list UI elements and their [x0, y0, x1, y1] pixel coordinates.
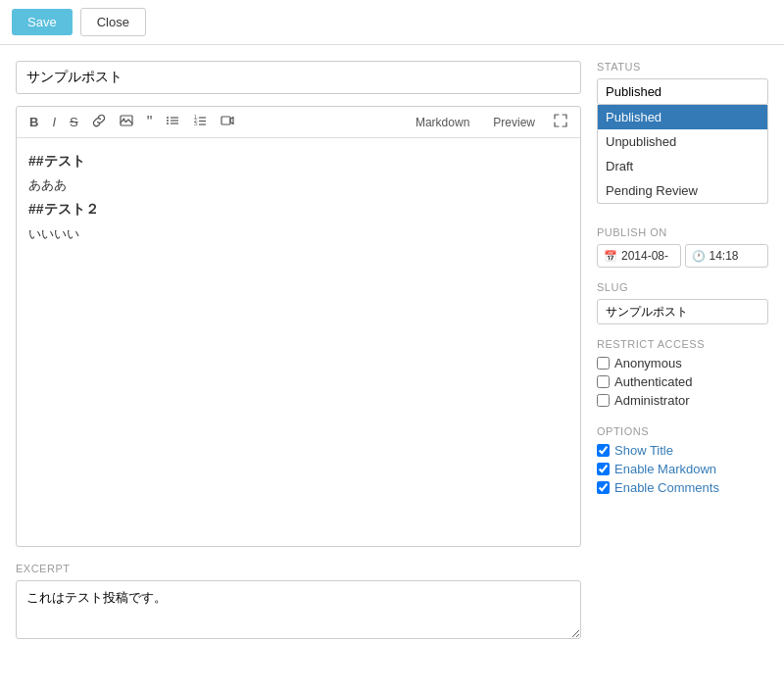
restrict-administrator-label: Administrator	[614, 393, 690, 408]
restrict-anonymous-label: Anonymous	[614, 356, 682, 370]
sidebar: STATUS Published Unpublished Draft Pendi…	[597, 61, 768, 679]
publish-on-section: PUBLISH ON 📅 2014-08- 🕐 14:18	[597, 226, 768, 268]
status-dropdown-open: Published Unpublished Draft Pending Revi…	[597, 105, 768, 204]
svg-point-4	[167, 120, 169, 122]
pub-time-input[interactable]: 🕐 14:18	[685, 244, 769, 268]
pub-date-input[interactable]: 📅 2014-08-	[597, 244, 681, 268]
ul-button[interactable]	[161, 111, 184, 133]
slug-section: SLUG	[597, 281, 768, 324]
publish-on-label: PUBLISH ON	[597, 226, 768, 238]
title-input[interactable]	[16, 61, 581, 94]
top-bar: Save Close	[0, 0, 784, 45]
restrict-authenticated-row: Authenticated	[597, 374, 768, 389]
toolbar: B I S " 1.2.3.	[17, 107, 580, 138]
slug-label: SLUG	[597, 281, 768, 293]
option-enable-markdown-label: Enable Markdown	[614, 462, 716, 476]
dropdown-item-pending[interactable]: Pending Review	[598, 178, 767, 203]
restrict-access-section: RESTRICT ACCESS Anonymous Authenticated …	[597, 338, 768, 412]
clock-icon: 🕐	[692, 250, 706, 263]
content-line-3: ##テスト２	[28, 198, 568, 220]
option-enable-markdown-row: Enable Markdown	[597, 462, 768, 476]
editor-area: B I S " 1.2.3.	[16, 61, 581, 679]
expand-button[interactable]	[549, 111, 572, 133]
save-button[interactable]: Save	[12, 9, 73, 35]
restrict-authenticated-checkbox[interactable]	[597, 375, 610, 388]
svg-point-2	[167, 117, 169, 119]
restrict-administrator-row: Administrator	[597, 393, 768, 408]
svg-point-6	[167, 123, 169, 124]
status-label: STATUS	[597, 61, 768, 73]
options-label: OPTIONS	[597, 425, 768, 437]
image-button[interactable]	[115, 111, 138, 133]
video-button[interactable]	[216, 111, 239, 133]
publish-row: 📅 2014-08- 🕐 14:18	[597, 244, 768, 268]
close-button[interactable]: Close	[80, 8, 146, 36]
option-enable-comments-checkbox[interactable]	[597, 481, 610, 494]
content-line-1: ##テスト	[28, 150, 568, 172]
excerpt-section: EXCERPT これはテスト投稿です。	[16, 563, 581, 642]
pub-time-value: 14:18	[710, 249, 739, 263]
restrict-administrator-checkbox[interactable]	[597, 394, 610, 407]
option-show-title-row: Show Title	[597, 443, 768, 458]
excerpt-input[interactable]: これはテスト投稿です。	[16, 580, 581, 639]
status-dropdown-wrapper: Published Unpublished Draft Pending Revi…	[597, 78, 768, 105]
calendar-icon: 📅	[604, 250, 617, 263]
dropdown-item-draft[interactable]: Draft	[598, 154, 767, 178]
status-select[interactable]: Published Unpublished Draft Pending Revi…	[597, 78, 768, 105]
content-line-2: あああ	[28, 175, 568, 196]
markdown-tab[interactable]: Markdown	[406, 113, 479, 132]
option-show-title-checkbox[interactable]	[597, 444, 610, 457]
restrict-access-label: RESTRICT ACCESS	[597, 338, 768, 350]
svg-text:3.: 3.	[194, 121, 198, 126]
content-line-4: いいいい	[28, 224, 568, 245]
strikethrough-button[interactable]: S	[65, 112, 83, 132]
editor-box: B I S " 1.2.3.	[16, 106, 581, 547]
restrict-anonymous-row: Anonymous	[597, 356, 768, 370]
excerpt-label: EXCERPT	[16, 563, 581, 574]
main-content: B I S " 1.2.3.	[0, 45, 784, 691]
pub-date-value: 2014-08-	[621, 249, 668, 263]
slug-input[interactable]	[597, 299, 768, 324]
italic-button[interactable]: I	[47, 112, 61, 132]
blockquote-button[interactable]: "	[142, 112, 158, 133]
option-enable-comments-row: Enable Comments	[597, 480, 768, 495]
editor-content[interactable]: ##テスト あああ ##テスト２ いいいい	[17, 138, 580, 546]
link-button[interactable]	[87, 111, 111, 133]
status-section: STATUS Published Unpublished Draft Pendi…	[597, 61, 768, 105]
ol-button[interactable]: 1.2.3.	[188, 111, 212, 133]
dropdown-item-published[interactable]: Published	[598, 105, 767, 129]
option-enable-markdown-checkbox[interactable]	[597, 463, 610, 475]
preview-tab[interactable]: Preview	[483, 113, 545, 132]
option-enable-comments-label: Enable Comments	[614, 480, 719, 495]
restrict-anonymous-checkbox[interactable]	[597, 357, 610, 370]
options-section: OPTIONS Show Title Enable Markdown Enabl…	[597, 425, 768, 499]
option-show-title-label: Show Title	[614, 443, 673, 458]
dropdown-item-unpublished[interactable]: Unpublished	[598, 129, 767, 154]
bold-button[interactable]: B	[24, 112, 43, 132]
restrict-authenticated-label: Authenticated	[614, 374, 693, 389]
svg-rect-14	[221, 117, 230, 124]
